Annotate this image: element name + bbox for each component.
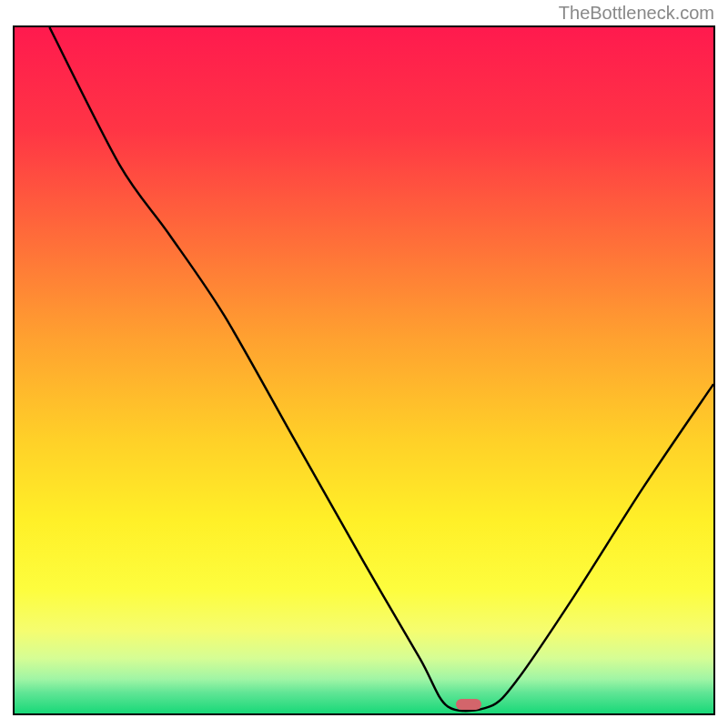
watermark-text: TheBottleneck.com xyxy=(559,3,714,24)
bottleneck-curve xyxy=(15,27,713,713)
optimal-point-marker xyxy=(456,699,481,710)
chart-container xyxy=(13,25,715,715)
